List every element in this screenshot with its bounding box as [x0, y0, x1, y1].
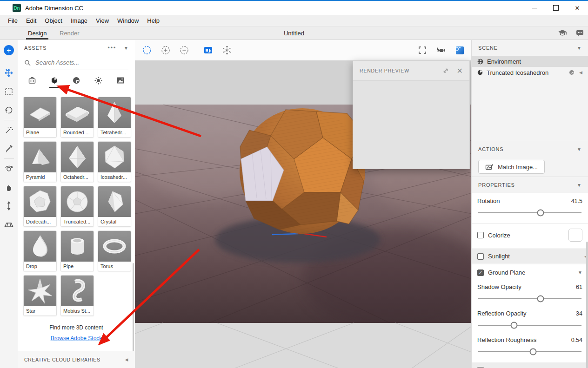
asset-card[interactable]: Truncated... [60, 186, 94, 227]
octahedron-thumbnail [61, 142, 94, 172]
learn-icon[interactable] [558, 29, 567, 37]
collapse-properties-icon[interactable]: ▼ [577, 183, 581, 188]
magic-wand-tool[interactable] [0, 121, 18, 139]
move-axes-icon[interactable] [218, 40, 236, 60]
crystal-thumbnail [98, 186, 131, 217]
select-move-tool[interactable] [0, 64, 18, 82]
camera-bookmarks-icon[interactable] [432, 40, 450, 60]
asset-label: Torus [98, 262, 131, 271]
pipe-thumbnail [61, 231, 94, 262]
rectangle-select-tool[interactable] [0, 82, 18, 101]
asset-label: Mobius St... [61, 306, 94, 315]
material-icon[interactable] [569, 70, 575, 75]
render-preview-toggle-icon[interactable] [450, 40, 469, 60]
expand-icon[interactable] [442, 67, 449, 74]
reflection-opacity-label: Reflection Opacity [477, 310, 527, 317]
asset-card[interactable]: Tetrahedr... [98, 97, 131, 138]
assets-scrollbar[interactable] [133, 263, 134, 351]
close-icon[interactable]: ✕ [457, 66, 463, 75]
asset-label: Pyramid [24, 172, 56, 182]
select-object-icon[interactable] [199, 40, 218, 60]
render-preview-header[interactable]: RENDER PREVIEW ✕ [353, 61, 469, 81]
colorize-label: Colorize [488, 232, 510, 239]
asset-card[interactable]: Plane [23, 97, 57, 138]
selection-tool-icon[interactable] [138, 40, 156, 60]
eyedropper-tool[interactable] [0, 139, 18, 158]
asset-card[interactable]: Dodecah... [23, 186, 57, 227]
asset-card[interactable]: Crystal [98, 186, 131, 227]
rotation-slider[interactable] [477, 209, 582, 217]
category-models-icon[interactable] [48, 75, 60, 86]
category-materials-icon[interactable] [70, 75, 82, 86]
asset-card[interactable]: Rounded ... [60, 97, 94, 138]
depth-of-field-section[interactable]: ✓ Depth of Field ◀ [472, 363, 588, 368]
rotation-value: 41.5 [571, 198, 582, 204]
menu-file[interactable]: File [4, 17, 22, 24]
sunlight-label: Sunlight [488, 253, 510, 260]
colorize-swatch[interactable] [568, 229, 582, 242]
actions-panel-title: ACTIONS [478, 146, 504, 152]
menu-bar: File Edit Object Image View Window Help [0, 15, 588, 26]
dolly-tool[interactable] [0, 197, 18, 215]
asset-card[interactable]: Pipe [60, 230, 94, 271]
menu-help[interactable]: Help [143, 17, 164, 24]
tab-render[interactable]: Render [50, 26, 89, 39]
category-starter-assets-icon[interactable] [26, 75, 38, 86]
menu-object[interactable]: Object [40, 17, 67, 24]
colorize-section: ✓ Colorize [472, 224, 588, 248]
minimize-button[interactable] [524, 1, 545, 15]
properties-scrollbar[interactable] [586, 242, 588, 368]
add-content-button[interactable]: + [4, 45, 14, 55]
assets-panel: ASSETS ••• ▼ PlaneRounded ...Tetrahedr..… [18, 40, 135, 368]
collapse-panel-icon[interactable]: ▼ [124, 46, 128, 51]
sunlight-section[interactable]: ✓ Sunlight ◀ [472, 249, 588, 263]
scene-item-environment[interactable]: Environment [472, 56, 588, 67]
collapse-item-icon[interactable]: ◀ [579, 70, 582, 75]
ground-plane-checkbox[interactable]: ✓ [477, 269, 484, 276]
asset-card[interactable]: Icosahedr... [98, 141, 131, 182]
sunlight-checkbox[interactable]: ✓ [477, 253, 484, 260]
search-input[interactable] [34, 59, 120, 66]
drop-thumbnail [24, 231, 56, 262]
collapse-ground-plane-icon[interactable]: ▼ [578, 270, 582, 275]
frame-all-icon[interactable] [413, 40, 432, 60]
menu-window[interactable]: Window [113, 17, 143, 24]
asset-label: Crystal [98, 217, 131, 226]
shadow-opacity-slider[interactable] [477, 295, 582, 302]
dodecahedron-thumbnail [24, 186, 56, 217]
close-button[interactable]: ✕ [567, 1, 588, 15]
search-icon [24, 59, 31, 66]
feedback-icon[interactable] [575, 29, 584, 37]
scene-item-truncated-icosahedron[interactable]: Truncated Icosahedron ◀ [472, 67, 588, 78]
category-images-icon[interactable] [114, 75, 127, 86]
asset-card[interactable]: Octahedr... [60, 141, 94, 182]
pan-tool[interactable] [0, 178, 18, 197]
collapse-actions-icon[interactable]: ▼ [577, 147, 581, 152]
subtract-from-selection-icon[interactable] [175, 40, 194, 60]
orbit-tool[interactable] [0, 159, 18, 178]
menu-image[interactable]: Image [67, 17, 92, 24]
creative-cloud-libraries-bar[interactable]: CREATIVE CLOUD LIBRARIES ◀ [18, 351, 135, 368]
asset-card[interactable]: Torus [98, 230, 131, 271]
asset-card[interactable]: Drop [23, 230, 57, 271]
asset-label: Drop [24, 262, 56, 271]
collapse-scene-icon[interactable]: ▼ [577, 46, 581, 51]
overflow-menu-icon[interactable]: ••• [107, 45, 116, 51]
add-to-selection-icon[interactable] [156, 40, 175, 60]
asset-card[interactable]: Star [23, 275, 57, 316]
reflection-opacity-slider[interactable] [477, 322, 582, 329]
colorize-checkbox[interactable]: ✓ [477, 232, 484, 238]
expand-left-icon[interactable]: ◀ [125, 357, 128, 362]
rotate-tool[interactable] [0, 101, 18, 119]
maximize-button[interactable] [545, 1, 567, 15]
horizon-tool[interactable] [0, 215, 18, 234]
menu-edit[interactable]: Edit [22, 17, 40, 24]
category-lights-icon[interactable] [93, 75, 105, 86]
match-image-button[interactable]: Match Image... [478, 160, 545, 174]
asset-card[interactable]: Mobius St... [60, 275, 94, 316]
reflection-roughness-slider[interactable] [477, 348, 582, 355]
menu-view[interactable]: View [92, 17, 113, 24]
asset-label: Icosahedr... [98, 172, 131, 182]
asset-card[interactable]: Pyramid [23, 141, 57, 182]
browse-adobe-stock-link[interactable]: Browse Adobe Stock [51, 335, 102, 342]
